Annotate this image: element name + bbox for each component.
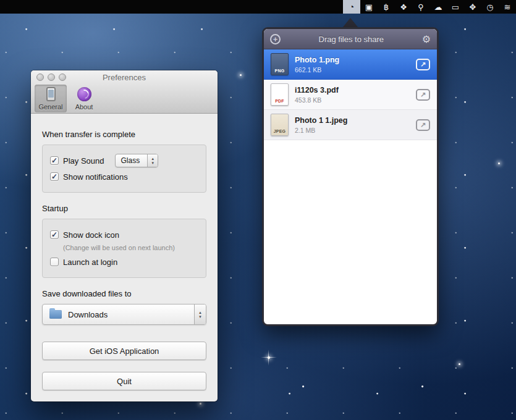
stepper-icon: ▲ ▼ — [147, 154, 158, 167]
pin-icon[interactable]: ⚲ — [412, 0, 429, 14]
file-name: Photo 1 1.jpeg — [295, 116, 416, 125]
popover-arrow — [342, 18, 358, 28]
gear-icon[interactable]: ⚙ — [422, 33, 431, 45]
play-sound-label: Play Sound — [63, 156, 104, 166]
general-icon — [46, 87, 56, 101]
share-button[interactable]: ↗ — [416, 59, 430, 70]
prefs-toolbar: General About — [35, 85, 100, 112]
file-type-badge: JPEG — [274, 129, 285, 133]
star — [268, 356, 270, 359]
show-notifications-checkbox[interactable]: ✓ — [50, 172, 59, 181]
popover-title: Drag files to share — [281, 35, 422, 44]
transfer-groupbox: ✓ Play Sound Glass ▲ ▼ ✓ Show — [42, 145, 206, 193]
menu-bar: ◔ ▣ ฿ ❖ ⚲ ☁ ▭ ✥ ◷ ≋ — [0, 0, 516, 14]
star — [240, 74, 242, 76]
get-ios-application-button[interactable]: Get iOS Application — [42, 342, 206, 360]
app-timer-icon[interactable]: ◔ — [343, 0, 360, 14]
section-heading-startup: Startup — [42, 204, 206, 213]
sound-select[interactable]: Glass ▲ ▼ — [115, 154, 159, 167]
pdf-file-icon: PDF — [271, 83, 289, 106]
share-button[interactable]: ↗ — [416, 119, 430, 131]
display-icon[interactable]: ▭ — [447, 0, 464, 14]
image-icon[interactable]: ▣ — [360, 0, 378, 14]
stepper-icon: ▲ ▼ — [194, 304, 206, 324]
desktop: ◔ ▣ ฿ ❖ ⚲ ☁ ▭ ✥ ◷ ≋ + Drag files to shar… — [0, 0, 516, 420]
stepper-up-icon: ▲ — [151, 157, 154, 161]
show-notifications-row[interactable]: ✓ Show notifications — [50, 170, 198, 183]
png-file-icon: PNG — [271, 53, 289, 75]
stepper-up-icon: ▲ — [198, 311, 202, 314]
play-sound-row[interactable]: ✓ Play Sound Glass ▲ ▼ — [50, 154, 198, 167]
check-icon: ✓ — [51, 156, 57, 165]
share-icon: ↗ — [420, 121, 426, 129]
section-heading-save: Save downloaded files to — [42, 289, 206, 298]
quit-button[interactable]: Quit — [42, 372, 206, 390]
check-icon: ✓ — [51, 172, 57, 181]
show-dock-icon-label: Show dock icon — [63, 230, 119, 240]
clock-icon[interactable]: ◷ — [481, 0, 499, 14]
file-row[interactable]: PNG Photo 1.png 662.1 KB ↗ — [264, 49, 437, 80]
star — [200, 403, 201, 405]
file-info: Photo 1.png 662.1 KB — [295, 56, 416, 74]
star — [459, 363, 460, 365]
share-icon: ↗ — [420, 91, 426, 99]
preferences-window: Preferences General About When transfer … — [31, 70, 218, 401]
show-dock-icon-row[interactable]: ✓ Show dock icon — [50, 228, 198, 242]
file-size: 2.1 MB — [295, 127, 416, 134]
share-popover: + Drag files to share ⚙ PNG Photo 1.png … — [262, 27, 439, 326]
file-row[interactable]: JPEG Photo 1 1.jpeg 2.1 MB ↗ — [264, 110, 437, 140]
add-file-button[interactable]: + — [270, 34, 281, 44]
file-size: 662.1 KB — [295, 66, 416, 74]
file-row[interactable]: PDF i1120s 3.pdf 453.8 KB ↗ — [264, 80, 437, 110]
file-info: i1120s 3.pdf 453.8 KB — [295, 86, 416, 104]
stepper-down-icon: ▼ — [198, 315, 202, 319]
popover-header: + Drag files to share ⚙ — [264, 29, 437, 49]
save-folder-select[interactable]: Downloads ▲ ▼ — [42, 304, 206, 325]
window-title: Preferences — [31, 73, 218, 82]
launch-at-login-checkbox[interactable] — [50, 258, 59, 266]
show-dock-icon-checkbox[interactable]: ✓ — [50, 230, 59, 239]
wifi-icon[interactable]: ≋ — [499, 0, 516, 14]
check-icon: ✓ — [51, 230, 57, 239]
jpeg-file-icon: JPEG — [271, 114, 289, 136]
launch-at-login-label: Launch at login — [63, 258, 117, 267]
folder-icon — [49, 310, 62, 319]
stepper-down-icon: ▼ — [151, 161, 154, 165]
sound-select-value: Glass — [116, 154, 148, 167]
share-button[interactable]: ↗ — [416, 89, 430, 101]
play-sound-checkbox[interactable]: ✓ — [50, 156, 59, 165]
save-folder-value: Downloads — [68, 310, 108, 319]
tab-about[interactable]: About — [68, 85, 100, 112]
prefs-titlebar: Preferences General About — [31, 70, 218, 114]
file-info: Photo 1 1.jpeg 2.1 MB — [295, 116, 416, 134]
file-type-badge: PNG — [275, 69, 285, 73]
dropbox-icon[interactable]: ❖ — [395, 0, 412, 14]
show-notifications-label: Show notifications — [63, 172, 128, 182]
prefs-body: When transfer is complete ✓ Play Sound G… — [31, 114, 218, 401]
file-name: Photo 1.png — [295, 56, 416, 64]
star — [498, 162, 500, 164]
tab-general-label: General — [38, 103, 62, 111]
file-size: 453.8 KB — [295, 96, 416, 104]
about-icon — [77, 87, 91, 101]
launch-at-login-row[interactable]: Launch at login — [50, 255, 198, 269]
cloud-icon[interactable]: ☁ — [429, 0, 447, 14]
startup-groupbox: ✓ Show dock icon (Change will be used on… — [42, 219, 206, 278]
file-type-badge: PDF — [275, 99, 284, 103]
share-icon: ↗ — [420, 61, 426, 69]
bitcoin-icon[interactable]: ฿ — [378, 0, 395, 14]
tab-about-label: About — [75, 103, 93, 111]
move-icon[interactable]: ✥ — [464, 0, 481, 14]
section-heading-transfer: When transfer is complete — [42, 130, 206, 139]
file-name: i1120s 3.pdf — [295, 86, 416, 94]
tab-general[interactable]: General — [35, 85, 67, 112]
dock-icon-note: (Change will be used on next launch) — [63, 244, 198, 251]
